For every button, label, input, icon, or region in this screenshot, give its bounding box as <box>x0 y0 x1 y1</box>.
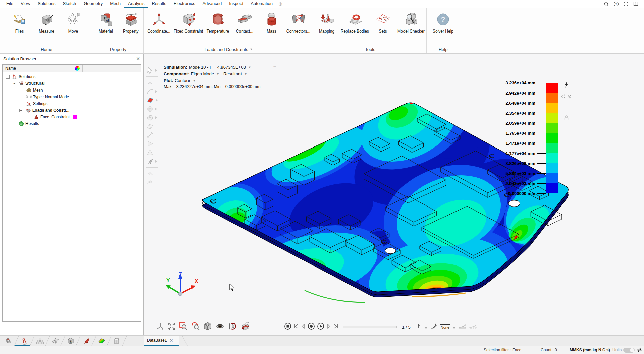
tree-row-solutions[interactable]: − Solutions <box>3 73 141 80</box>
render-mode-icon[interactable] <box>228 322 237 332</box>
tree-row-structural[interactable]: − Structural <box>3 80 141 87</box>
chevron-down-icon[interactable] <box>425 327 427 329</box>
add-tab-icon[interactable]: ⊕ <box>276 0 283 8</box>
mass-button[interactable]: 1KG Mass <box>258 9 285 45</box>
playback-menu-icon[interactable]: ≡ <box>278 323 282 331</box>
swap-arrows-icon[interactable] <box>637 348 642 353</box>
menu-tab-electronics[interactable]: Electronics <box>170 0 199 8</box>
menu-tab-automation[interactable]: Automation <box>247 0 276 8</box>
coordinate-button[interactable]: Coordinate... <box>146 9 172 45</box>
faceted-body-icon[interactable] <box>146 114 166 122</box>
surface-select-icon[interactable] <box>146 122 166 130</box>
sets-button[interactable]: Sets <box>370 9 396 45</box>
replace-bodies-button[interactable]: Replace Bodies <box>339 9 370 45</box>
mapping-button[interactable]: Mapping <box>314 9 339 45</box>
constraint-color-swatch[interactable] <box>73 115 77 119</box>
record-icon[interactable] <box>308 322 315 331</box>
menu-tab-geometry[interactable]: Geometry <box>80 0 106 8</box>
menu-tab-inspect[interactable]: Inspect <box>225 0 247 8</box>
trackball-icon[interactable] <box>146 79 166 87</box>
face-select-icon[interactable] <box>146 96 166 104</box>
tab-loads[interactable] <box>78 336 94 346</box>
visibility-eye-icon[interactable] <box>215 322 225 332</box>
menu-tab-advanced[interactable]: Advanced <box>199 0 225 8</box>
connectors-button[interactable]: + Connectors... <box>285 9 312 45</box>
curve-select-icon[interactable] <box>146 87 166 96</box>
simulation-menu-icon[interactable]: ≡ <box>273 64 276 70</box>
contact-button[interactable]: Contact... <box>231 9 258 45</box>
chevron-down-icon[interactable] <box>453 327 455 329</box>
pyramid-select-icon[interactable] <box>146 149 166 157</box>
model-checker-button[interactable]: Model Checker <box>396 9 426 45</box>
tree-row-face-constraint[interactable]: Face_Constraint_... <box>3 114 141 120</box>
fit-view-icon[interactable] <box>168 322 176 332</box>
menu-tab-file[interactable]: File <box>3 0 17 8</box>
menu-tab-mesh[interactable]: Mesh <box>106 0 124 8</box>
lock-icon[interactable] <box>564 115 569 122</box>
triad-small-icon[interactable] <box>156 322 164 332</box>
ribbon-group-loads-label[interactable]: Loads and Constraints▼ <box>144 45 314 53</box>
stop-icon[interactable] <box>284 322 291 331</box>
tab-database1[interactable]: DataBase1 ✕ <box>144 336 179 346</box>
add-view-icon[interactable] <box>240 322 250 332</box>
move-button[interactable]: Move <box>60 9 87 45</box>
files-button[interactable]: Files <box>6 9 33 45</box>
zoom-window-icon[interactable] <box>179 322 188 332</box>
tab-surfaces[interactable] <box>48 336 63 346</box>
skip-end-icon[interactable] <box>333 323 338 331</box>
annotation-none-label[interactable]: None <box>440 324 450 329</box>
name-column-header[interactable]: Name <box>3 65 72 72</box>
chevron-down-icon[interactable]: ▼ <box>248 66 251 69</box>
body-select-icon[interactable] <box>146 105 166 113</box>
dashed-curve-icon[interactable] <box>469 324 477 330</box>
tab-solutions[interactable] <box>17 336 32 346</box>
plot-value[interactable]: Contour <box>175 78 190 83</box>
close-icon[interactable]: ✕ <box>169 338 173 343</box>
measure-button[interactable]: Measure <box>33 9 60 45</box>
undo-icon[interactable] <box>146 170 166 178</box>
drag-handle[interactable] <box>160 64 160 88</box>
menu-tab-results[interactable]: Results <box>148 0 170 8</box>
chevron-down-icon[interactable]: ▼ <box>244 72 247 76</box>
fixed-constraint-button[interactable]: Fixed Constraint <box>172 9 205 45</box>
simulation-value[interactable]: Mode 10 - F = 4.867345E+03 <box>189 65 246 70</box>
property-button[interactable]: Property <box>118 9 144 45</box>
search-icon[interactable] <box>604 1 609 7</box>
component-value[interactable]: Eigen Mode <box>191 71 214 76</box>
tree-row-loads[interactable]: − Loads and Constr... <box>3 107 141 114</box>
tab-material[interactable]: Al <box>63 336 78 346</box>
material-button[interactable]: FeAl Material <box>93 9 118 45</box>
tree-row-results[interactable]: Results <box>3 120 141 127</box>
edge-select-icon[interactable] <box>146 131 166 139</box>
manual-icon[interactable] <box>633 1 639 7</box>
tree-row-mesh[interactable]: Mesh <box>3 87 141 94</box>
component-value2[interactable]: Resultant <box>223 71 242 76</box>
tab-bodies[interactable] <box>1 336 17 346</box>
menu-tab-sketch[interactable]: Sketch <box>59 0 80 8</box>
ramp-curve-icon[interactable] <box>430 323 437 331</box>
zoom-lasso-icon[interactable] <box>191 322 200 332</box>
legend-menu-icon[interactable]: ≡ <box>565 105 568 111</box>
menu-tab-solutions[interactable]: Solutions <box>34 0 59 8</box>
help-icon[interactable]: ? <box>613 1 619 7</box>
refresh-icon[interactable] <box>561 94 566 100</box>
collapse-box-icon[interactable]: − <box>19 109 23 112</box>
temperature-button[interactable]: Temperature <box>205 9 231 45</box>
probe-icon[interactable] <box>415 323 422 331</box>
chevron-down-icon[interactable]: ▼ <box>193 79 196 82</box>
sector-select-icon[interactable] <box>146 140 166 148</box>
collapse-chevrons-icon[interactable] <box>568 94 572 100</box>
collapse-box-icon[interactable]: − <box>13 82 16 85</box>
solver-help-button[interactable]: ? Solver Help <box>430 9 457 45</box>
play-icon[interactable] <box>317 322 324 331</box>
flat-curve-icon[interactable] <box>458 324 466 330</box>
color-column-header[interactable] <box>72 65 83 72</box>
lightning-icon[interactable] <box>564 82 569 89</box>
pick-arrow-icon[interactable] <box>146 157 166 165</box>
chevron-down-icon[interactable]: ▼ <box>216 72 219 76</box>
skip-start-icon[interactable] <box>293 323 299 331</box>
collapse-box-icon[interactable]: − <box>6 75 10 79</box>
menu-tab-analysis[interactable]: Analysis <box>124 0 148 8</box>
redo-icon[interactable] <box>146 178 166 186</box>
iso-view-icon[interactable] <box>203 322 212 332</box>
